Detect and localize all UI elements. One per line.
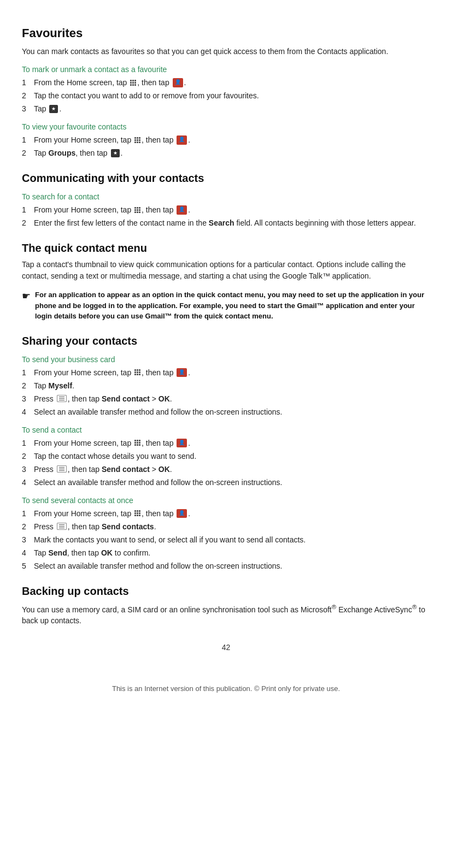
list-item: 1 From your Home screen, tap , then tap … [22,508,430,519]
warning-box: ☛ For an application to appear as an opt… [22,290,430,322]
list-item: 1 From your Home screen, tap , then tap … [22,204,430,216]
warning-text: For an application to appear as an optio… [35,290,430,322]
view-favourites-heading: To view your favourite contacts [22,122,430,131]
list-item: 1 From your Home screen, tap , then tap … [22,438,430,449]
quick-contact-body: Tap a contact's thumbnail to view quick … [22,259,430,282]
contacts-icon: 👤 [177,368,187,377]
send-business-card-steps: 1 From your Home screen, tap , then tap … [22,367,430,418]
page-content: Favourites You can mark contacts as favo… [22,26,430,693]
star-icon: ★ [111,149,120,158]
list-item: 5 Select an available transfer method an… [22,560,430,572]
grid-icon [134,207,140,213]
grid-icon [134,137,140,143]
grid-icon [134,440,140,446]
list-item: 4 Tap Send, then tap OK to confirm. [22,547,430,559]
list-item: 2 Tap Myself. [22,380,430,392]
backing-up-body: You can use a memory card, a SIM card or… [22,602,430,627]
favourites-title: Favourites [22,26,430,40]
send-business-card-heading: To send your business card [22,355,430,364]
contacts-icon: 👤 [177,439,187,448]
quick-contact-title: The quick contact menu [22,242,430,255]
send-contact-steps: 1 From your Home screen, tap , then tap … [22,438,430,488]
list-item: 3 Tap ★. [22,103,430,115]
grid-icon [130,80,136,86]
list-item: 3 Press , then tap Send contact > OK. [22,464,430,475]
send-several-heading: To send several contacts at once [22,496,430,505]
search-contact-heading: To search for a contact [22,192,430,201]
list-item: 4 Select an available transfer method an… [22,477,430,488]
sharing-title: Sharing your contacts [22,335,430,347]
list-item: 4 Select an available transfer method an… [22,406,430,418]
search-contact-steps: 1 From your Home screen, tap , then tap … [22,204,430,229]
send-contact-heading: To send a contact [22,426,430,434]
list-item: 3 Mark the contacts you want to send, or… [22,534,430,546]
list-item: 1 From the Home screen, tap , then tap 👤… [22,77,430,88]
list-item: 2 Enter the first few letters of the con… [22,217,430,229]
list-item: 2 Tap the contact you want to add to or … [22,90,430,102]
list-item: 1 From your Home screen, tap , then tap … [22,134,430,146]
grid-icon [134,369,140,375]
contacts-icon: 👤 [177,205,187,215]
menu-icon [57,523,67,530]
page-footer: This is an Internet version of this publ… [22,684,430,693]
list-item: 3 Press , then tap Send contact > OK. [22,393,430,405]
list-item: 2 Tap Groups, then tap ★. [22,147,430,159]
favourites-intro: You can mark contacts as favourites so t… [22,46,430,57]
menu-icon [57,395,67,402]
backing-up-title: Backing up contacts [22,585,430,598]
view-favourites-steps: 1 From your Home screen, tap , then tap … [22,134,430,159]
grid-icon [134,510,140,516]
mark-unmark-steps: 1 From the Home screen, tap , then tap 👤… [22,77,430,115]
contacts-icon: 👤 [177,135,187,145]
communicating-title: Communicating with your contacts [22,172,430,185]
warning-icon: ☛ [22,290,31,302]
contacts-icon: 👤 [177,509,187,518]
page-number: 42 [22,643,430,652]
star-icon: ★ [49,105,58,114]
send-several-steps: 1 From your Home screen, tap , then tap … [22,508,430,572]
mark-unmark-heading: To mark or unmark a contact as a favouri… [22,65,430,74]
list-item: 2 Tap the contact whose details you want… [22,451,430,462]
menu-icon [57,465,67,473]
list-item: 2 Press , then tap Send contacts. [22,521,430,533]
contacts-icon: 👤 [173,78,183,87]
list-item: 1 From your Home screen, tap , then tap … [22,367,430,379]
